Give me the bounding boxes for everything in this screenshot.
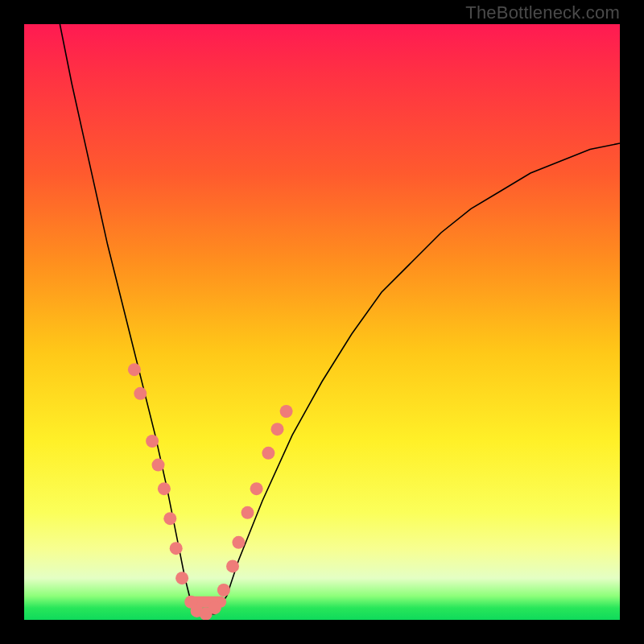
- data-marker: [128, 363, 141, 376]
- data-marker: [208, 601, 221, 614]
- plot-area: [24, 24, 620, 620]
- data-marker: [262, 447, 275, 460]
- data-marker: [152, 459, 165, 472]
- watermark-text: TheBottleneck.com: [465, 2, 620, 23]
- data-marker: [163, 512, 176, 525]
- data-marker: [146, 435, 159, 448]
- data-marker: [232, 536, 245, 549]
- data-marker: [134, 387, 147, 400]
- data-marker: [271, 423, 284, 436]
- data-marker: [170, 542, 183, 555]
- marker-layer: [128, 363, 293, 620]
- curve-svg: [24, 24, 620, 620]
- chart-frame: TheBottleneck.com: [0, 0, 644, 644]
- data-marker: [175, 572, 188, 584]
- data-marker: [158, 482, 171, 495]
- data-marker: [280, 405, 293, 418]
- data-marker: [217, 584, 230, 597]
- data-marker: [250, 482, 263, 495]
- bottleneck-curve: [60, 24, 620, 614]
- data-marker: [242, 506, 254, 519]
- data-marker: [226, 559, 239, 572]
